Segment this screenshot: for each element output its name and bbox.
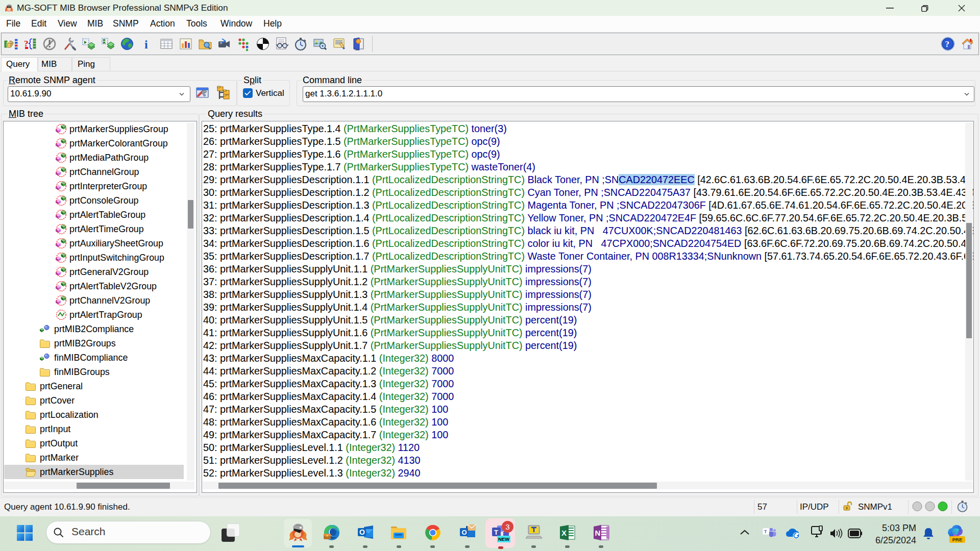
svg-text:T: T: [494, 529, 498, 536]
svg-text:?: ?: [945, 39, 950, 49]
svg-text:O: O: [462, 529, 467, 536]
svg-text:N: N: [595, 529, 601, 537]
svg-text:X: X: [561, 529, 567, 537]
svg-text:i: i: [144, 38, 148, 51]
svg-text:O: O: [359, 528, 365, 536]
svg-text:T: T: [764, 529, 767, 534]
